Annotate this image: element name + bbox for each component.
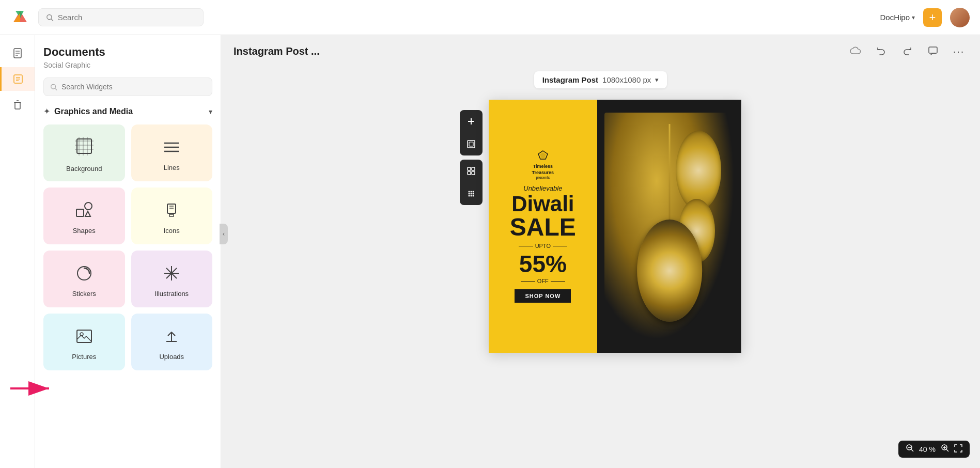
topbar-right: DocHipo ▾ + — [880, 8, 970, 27]
pendant — [637, 220, 702, 322]
svg-point-14 — [51, 84, 56, 89]
section-title: Graphics and Media — [54, 107, 133, 116]
zoom-in-float-button[interactable] — [460, 110, 483, 133]
cloud-save-button[interactable] — [847, 42, 864, 60]
section-icon: ✦ — [43, 106, 50, 116]
svg-point-53 — [470, 191, 472, 193]
widget-card-icons[interactable]: Icons — [131, 188, 213, 244]
upto-text: UPTO — [535, 243, 551, 249]
arrow-annotation — [5, 373, 57, 406]
svg-point-27 — [85, 202, 92, 210]
lines-icon — [162, 138, 181, 159]
float-toolbar — [460, 110, 483, 207]
svg-rect-47 — [469, 142, 473, 146]
widget-search[interactable] — [43, 77, 212, 96]
dochipo-chevron-icon: ▾ — [912, 14, 915, 21]
svg-point-55 — [468, 193, 470, 195]
search-bar[interactable] — [38, 8, 204, 26]
svg-rect-37 — [77, 330, 91, 342]
widget-card-label-lines: Lines — [164, 164, 180, 171]
background-icon — [75, 137, 94, 160]
brand-logo: TimelessTreasures presents — [532, 150, 554, 179]
widget-grid: Background Lines Shapes Icons — [43, 124, 212, 370]
more-icon: ··· — [953, 45, 965, 57]
section-header[interactable]: ✦ Graphics and Media ▾ — [43, 106, 212, 116]
svg-rect-11 — [15, 102, 20, 109]
canvas-actions: ··· — [847, 42, 968, 60]
widget-card-label-icons: Icons — [164, 227, 180, 235]
poster-sale: SALE — [510, 215, 576, 240]
topbar: DocHipo ▾ + — [0, 0, 980, 35]
canvas-header: Instagram Post ... ··· — [221, 35, 980, 67]
svg-line-69 — [946, 449, 948, 451]
frame-float-button[interactable] — [460, 133, 483, 155]
comment-button[interactable] — [924, 42, 942, 60]
svg-rect-48 — [468, 167, 471, 170]
fullscreen-button[interactable] — [954, 444, 962, 455]
widget-card-illustrations[interactable]: Illustrations — [131, 251, 213, 307]
widget-card-pictures[interactable]: Pictures — [43, 314, 125, 370]
widget-search-icon — [50, 83, 57, 91]
brand-name: TimelessTreasures — [532, 164, 554, 176]
zoom-value: 40 % — [919, 445, 936, 454]
widget-card-label-background: Background — [66, 165, 102, 173]
panel-subtitle: Social Graphic — [43, 61, 212, 69]
widget-search-input[interactable] — [61, 83, 206, 91]
svg-line-65 — [911, 449, 913, 451]
off-text: OFF — [537, 278, 549, 284]
sidebar-item-pages[interactable] — [0, 67, 35, 91]
float-btn-group-2 — [460, 160, 483, 205]
design-canvas[interactable]: TimelessTreasures presents Unbelievable … — [489, 100, 742, 353]
avatar-image — [950, 8, 970, 27]
canvas-workspace: TimelessTreasures presents Unbelievable … — [221, 95, 980, 468]
widget-panel: Documents Social Graphic ✦ Graphics and … — [35, 35, 221, 468]
svg-point-52 — [468, 191, 470, 193]
more-options-button[interactable]: ··· — [950, 42, 968, 60]
grid-float-button[interactable] — [460, 160, 483, 182]
earring-top — [676, 131, 721, 210]
poster-right — [597, 100, 741, 353]
main-canvas: Instagram Post ... ··· Instagram Post 10… — [221, 35, 980, 468]
jewelry-image — [604, 113, 734, 340]
widget-card-stickers[interactable]: Stickers — [43, 251, 125, 307]
svg-rect-29 — [167, 204, 176, 213]
redo-button[interactable] — [898, 42, 916, 60]
widget-card-lines[interactable]: Lines — [131, 124, 213, 181]
widget-card-background[interactable]: Background — [43, 124, 125, 181]
svg-point-56 — [470, 193, 472, 195]
upto-line-left — [519, 246, 533, 246]
avatar[interactable] — [950, 8, 970, 27]
sidebar-item-trash[interactable] — [6, 93, 29, 117]
section-chevron-icon: ▾ — [209, 107, 212, 116]
size-selector[interactable]: Instagram Post 1080x1080 px ▾ — [534, 71, 667, 88]
widget-card-uploads[interactable]: Uploads — [131, 314, 213, 370]
svg-point-60 — [472, 195, 474, 197]
illustrations-icon — [162, 264, 181, 285]
brand-presents: presents — [532, 176, 554, 179]
off-line-right — [551, 281, 565, 282]
zoom-out-button[interactable] — [906, 444, 914, 455]
app-logo[interactable] — [10, 8, 30, 27]
svg-rect-43 — [929, 47, 937, 53]
undo-button[interactable] — [873, 42, 890, 60]
dochipo-text: DocHipo — [880, 13, 910, 22]
svg-marker-28 — [85, 211, 90, 216]
size-bar: Instagram Post 1080x1080 px ▾ — [221, 67, 980, 95]
dots-float-button[interactable] — [460, 182, 483, 205]
widget-card-label-pictures: Pictures — [72, 353, 96, 361]
svg-point-1 — [47, 14, 52, 19]
zoom-in-button[interactable] — [941, 444, 949, 455]
uploads-icon — [162, 327, 181, 348]
add-button[interactable]: + — [923, 8, 942, 27]
svg-line-15 — [55, 88, 57, 90]
brand-icon — [532, 150, 554, 164]
collapse-handle[interactable]: ‹ — [220, 224, 228, 244]
search-input[interactable] — [58, 13, 196, 22]
widget-card-shapes[interactable]: Shapes — [43, 188, 125, 244]
dochipo-label[interactable]: DocHipo ▾ — [880, 13, 915, 22]
sidebar-item-documents[interactable] — [6, 41, 29, 65]
widget-card-label-illustrations: Illustrations — [154, 290, 189, 298]
svg-marker-62 — [540, 152, 546, 158]
widget-card-label-uploads: Uploads — [159, 353, 184, 361]
widget-card-label-stickers: Stickers — [72, 290, 96, 298]
